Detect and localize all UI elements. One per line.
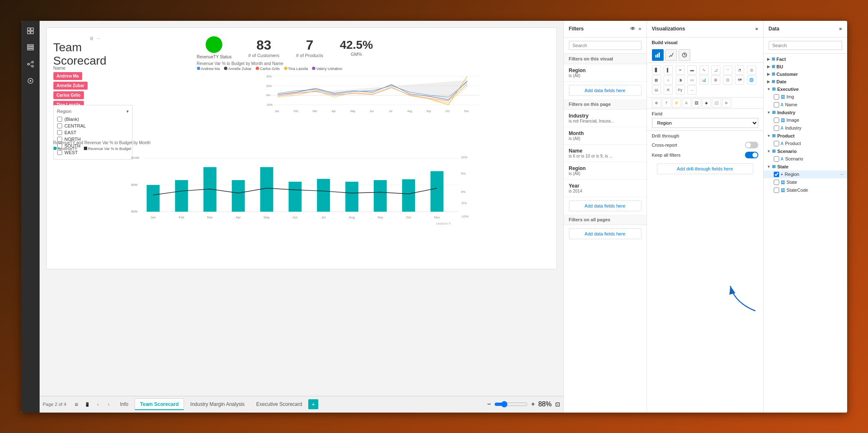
data-search-input[interactable]	[769, 41, 842, 50]
add-data-visual-btn[interactable]: Add data fields here	[569, 85, 642, 96]
viz-py-icon[interactable]: Py	[676, 85, 685, 95]
zoom-plus-icon[interactable]: +	[531, 400, 535, 408]
viz-card-icon[interactable]: ▭	[687, 75, 697, 85]
viz-qna-icon[interactable]: ?	[662, 98, 671, 108]
filter-search-box[interactable]	[564, 38, 647, 54]
viz-table-icon[interactable]: ⊞	[711, 75, 720, 85]
filter-name[interactable]: Name is 6 or is 10 or is 9, is ...	[564, 145, 647, 162]
svg-rect-1	[31, 28, 33, 30]
tab-industry[interactable]: Industry Margin Analysis	[185, 398, 250, 410]
viz-line-icon[interactable]: ∿	[699, 65, 709, 75]
viz-shmap-icon[interactable]: 🌐	[747, 75, 756, 85]
tree-state-statecode[interactable]: 🖼StateCode	[764, 186, 847, 194]
viz-hstackbar-icon[interactable]: ▬	[687, 65, 697, 75]
tree-state-region[interactable]: +Region ···	[764, 170, 847, 178]
tree-industry[interactable]: ▼ ⊞ Industry	[764, 109, 847, 116]
tree-date[interactable]: ▶ ⊞ Date	[764, 78, 847, 85]
tab-mobile-icon[interactable]: 📱	[82, 399, 92, 409]
viz-hbar-icon[interactable]: ≡	[676, 65, 685, 75]
viz-build-tab[interactable]	[652, 49, 664, 61]
viz-donut-icon[interactable]: ◎	[747, 65, 756, 75]
viz-gauge-icon[interactable]: ◑	[676, 75, 685, 85]
tree-product-product[interactable]: AProduct	[764, 140, 847, 148]
viz-waterfall-icon[interactable]: Ш	[652, 85, 661, 95]
tree-industry-image[interactable]: 🖼Image	[764, 116, 847, 124]
add-data-all-btn[interactable]: Add data fields here	[569, 228, 642, 239]
add-data-page-btn[interactable]: Add data fields here	[569, 200, 642, 211]
dax-query-icon[interactable]	[24, 74, 37, 88]
viz-funnel-icon[interactable]: ⌂	[664, 75, 673, 85]
viz-treemap-icon[interactable]: ▦	[652, 75, 661, 85]
tree-bu[interactable]: ▶ ⊞ BU	[764, 63, 847, 70]
viz-button-icon[interactable]: ⬜	[712, 98, 721, 108]
data-search-box[interactable]	[764, 38, 847, 54]
filter-region-page[interactable]: Region is (All)	[564, 162, 647, 180]
tree-customer[interactable]: ▶ ⊞ Customer	[764, 70, 847, 78]
viz-format-tab[interactable]	[665, 49, 677, 61]
viz-analytics-tab[interactable]	[679, 49, 690, 61]
viz-stackbar-icon[interactable]: ▌	[664, 65, 673, 75]
tab-executive[interactable]: Executive Scorecard	[251, 398, 307, 410]
filter-industry[interactable]: Industry is not Financial, Insura...	[564, 110, 647, 127]
filter-year[interactable]: Year is 2014	[564, 180, 647, 197]
chip-carlos[interactable]: Carlos Grilo	[53, 91, 84, 99]
data-panel-expand-icon[interactable]: »	[839, 26, 842, 32]
model-view-icon[interactable]	[24, 58, 37, 71]
name-label: Name	[53, 65, 103, 70]
svg-text:Jan: Jan	[150, 215, 156, 219]
tree-executive[interactable]: ▼ ⊞ Executive	[764, 85, 847, 93]
filter-region-visual[interactable]: Region is (All)	[564, 64, 647, 82]
fit-page-icon[interactable]: ⊡	[555, 401, 560, 408]
viz-pie-icon[interactable]: ◔	[735, 65, 744, 75]
viz-matrix-icon[interactable]: ⊡	[723, 75, 732, 85]
add-page-button[interactable]: +	[308, 399, 318, 409]
chip-andrew[interactable]: Andrew Ma	[53, 72, 82, 80]
viz-map-icon[interactable]: 🗺	[735, 75, 744, 85]
viz-paginator-icon[interactable]: ⊳	[722, 98, 731, 108]
tab-monitor-icon[interactable]: 🖥	[71, 399, 81, 409]
tree-executive-img[interactable]: 🖼Img	[764, 93, 847, 101]
viz-kpi-icon[interactable]: 📊	[699, 75, 709, 85]
slicer-blank[interactable]: (Blank)	[57, 116, 129, 123]
field-dropdown[interactable]: Region	[652, 118, 758, 128]
tree-executive-name[interactable]: AName	[764, 101, 847, 109]
viz-r-icon[interactable]: R	[664, 85, 673, 95]
viz-text-icon[interactable]: A	[682, 98, 691, 108]
viz-bar-icon[interactable]: ▊	[652, 65, 661, 75]
chip-annelie[interactable]: Annelie Zubar	[53, 82, 88, 90]
slicer-central[interactable]: CENTRAL	[57, 123, 129, 129]
slicer-east[interactable]: EAST	[57, 129, 129, 136]
viz-expand-icon[interactable]: »	[755, 26, 758, 32]
tab-team-scorecard[interactable]: Team Scorecard	[135, 398, 184, 410]
cross-report-toggle[interactable]	[745, 142, 758, 148]
zoom-minus-icon[interactable]: −	[487, 400, 491, 408]
filters-header: Filters 👁 »	[564, 21, 647, 38]
report-view-icon[interactable]	[24, 24, 37, 38]
viz-scatter-icon[interactable]: ⋯	[723, 65, 732, 75]
tree-scenario[interactable]: ▼ ⊞ Scenario	[764, 148, 847, 155]
tree-state-state[interactable]: 🖼State	[764, 178, 847, 186]
tree-fact[interactable]: ▶ ⊞ Fact	[764, 55, 847, 63]
table-view-icon[interactable]	[24, 41, 37, 54]
viz-image-icon[interactable]: 🖼	[692, 98, 701, 108]
tree-industry-industry[interactable]: AIndustry	[764, 124, 847, 132]
viz-decomp-icon[interactable]: ⊗	[652, 98, 661, 108]
filter-search-input[interactable]	[569, 41, 642, 50]
filter-expand-icon[interactable]: »	[639, 26, 642, 32]
viz-smart-icon[interactable]: ⚡	[672, 98, 681, 108]
viz-shape-icon[interactable]: ◆	[702, 98, 711, 108]
tab-prev-btn[interactable]: ‹	[93, 399, 103, 409]
svg-text:Sep: Sep	[426, 110, 431, 113]
filter-month[interactable]: Month is (All)	[564, 127, 647, 145]
tree-scenario-scenario[interactable]: AScenario	[764, 155, 847, 163]
tab-info[interactable]: Info	[115, 398, 134, 410]
viz-more-icon[interactable]: ···	[687, 85, 697, 95]
tree-product[interactable]: ▼ ⊞ Product	[764, 132, 847, 140]
tree-state[interactable]: ▼ ⊞ State	[764, 163, 847, 170]
filter-eye-icon[interactable]: 👁	[630, 26, 635, 32]
viz-area-icon[interactable]: ◿	[711, 65, 720, 75]
add-drill-btn[interactable]: Add drill-through fields here	[657, 163, 753, 174]
zoom-slider[interactable]	[494, 401, 528, 408]
keep-filters-toggle[interactable]	[745, 152, 758, 158]
tab-next-btn[interactable]: ›	[104, 399, 114, 409]
